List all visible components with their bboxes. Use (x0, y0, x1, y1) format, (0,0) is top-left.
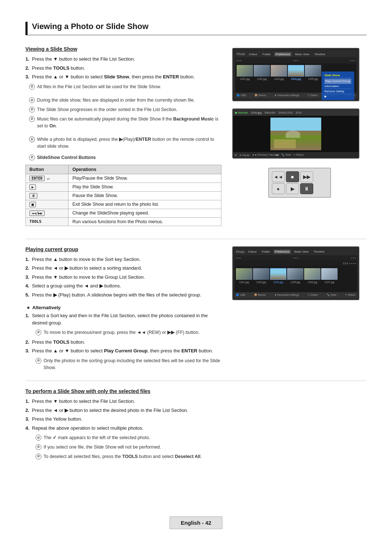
tv-menu-remove: Remove Safely (324, 89, 351, 94)
tv-thumb-selected (288, 65, 304, 77)
section3-title: To perform a Slide Show with only the se… (25, 388, 367, 394)
note-checkmark: ⊘ The ✓ mark appears to the left of the … (32, 434, 367, 441)
section2-alt-steps: 1. Select a Sort key and then in the Fil… (25, 312, 221, 326)
alt-step-3: 3. Press the ▲ or ▼ button to select Pla… (25, 347, 221, 355)
note-icon-2: ⊘ (29, 97, 35, 103)
tv-g-fname-4: 1235.jpg (287, 281, 303, 283)
step-3: 3. Press the ▲ or ▼ button to select Sli… (25, 73, 221, 81)
alternatively-label: Alternatively (25, 305, 221, 310)
remote-btn-dot[interactable]: ● (272, 183, 285, 194)
note-icon-alt: ✦ (29, 136, 35, 142)
s3-step-3: 3. Press the Yellow button. (25, 416, 367, 423)
tv-large-return: ↩ Return (293, 154, 304, 156)
step-2: 2. Press the TOOLS button. (25, 65, 221, 72)
tv-g-thumb-3 (270, 268, 286, 280)
op-rew-ff: Change the SlideShow playing speed. (69, 209, 221, 217)
table-row: TOOLS Run various functions from the Pho… (26, 217, 221, 226)
footer-text: English - 42 (181, 520, 211, 526)
tv-large-tools: 🔧 Tools (281, 154, 291, 156)
section2-remaining-steps: 2. Press the TOOLS button. 3. Press the … (25, 339, 221, 355)
note-background-music: ⊘ Music files can be automatically playe… (25, 116, 221, 130)
table-row: ▶ Play the Slide Show. (26, 183, 221, 191)
tv-tab-folder: Folder (261, 52, 272, 56)
step2-4: 4. Select a group using the ◄ and ▶ butt… (25, 282, 221, 290)
tv-thumb-2 (254, 65, 270, 77)
remote-btn-ff[interactable]: ▶▶ (300, 171, 313, 182)
note-icon-6: ⊘ (36, 330, 41, 335)
tv-dots-g2: • • • (294, 256, 298, 259)
tv-large-date: 2000/12/02 (278, 111, 293, 114)
remote-btn-play[interactable]: ▶ (286, 183, 299, 194)
note-icon-9: ⊘ (36, 444, 41, 450)
tv-overlay-menu: Slide Show Play Current Group Informatio… (322, 71, 354, 100)
tv-fname-5: 1235.jpg (305, 78, 321, 80)
note-progress-order: ⊘ The Slide Show progresses in the order… (25, 106, 221, 113)
step2-2: 2. Press the ◄ or ▶ button to select a s… (25, 265, 221, 272)
tv-menu-play-group: Play Current Group (324, 79, 351, 84)
note-only-photos: ⊘ Only the photos in the sorting group i… (32, 357, 221, 371)
tv-g-tools: 🔧 Tools (327, 294, 336, 296)
section-playing-group: Playing current group 1. Press the ▲ but… (25, 246, 367, 374)
page-footer: English - 42 (170, 516, 222, 529)
tv-thumb-1 (237, 65, 253, 77)
s3-step-4: 4. Repeat the above operation to select … (25, 425, 367, 432)
tv-large-info: 56Hz/60 (265, 111, 275, 114)
tv-large-pause: ⏸ Pause (239, 154, 250, 156)
section-left-content: Viewing a Slide Show 1. Press the ▼ butt… (25, 46, 221, 232)
sand-area (274, 139, 296, 148)
tv-topbar-1: Photo Colour Folder Preference Basic Vie… (235, 51, 356, 57)
tv-tab-colour-2: Colour (247, 250, 258, 254)
tv-tab-colour: Colour (248, 52, 259, 56)
s3-step-1: 1. Press the ▼ button to select the File… (25, 398, 367, 405)
remote-control-area: ◄◄ ■ ▶▶ ● ▶ ⏸ (268, 168, 331, 198)
photo-preview (270, 118, 321, 150)
op-stop: Exit Slide Show and return to the photo … (69, 200, 221, 209)
btn-enter: ENTER ↵ (26, 174, 69, 183)
tv-g-thumb-6 (321, 268, 338, 280)
tv-menu-arrow: ▶ (324, 94, 351, 99)
tv-g-select: ☐ Select (308, 294, 318, 296)
note-display-order: ⊘ During the slide show, files are displ… (25, 97, 221, 104)
tv-bottom-fav: ★ Favourites Settings (274, 94, 299, 97)
section3-steps: 1. Press the ▼ button to select the File… (25, 398, 367, 431)
btn-stop: ■ (26, 200, 69, 209)
tv-large-photo-content (233, 116, 359, 152)
slideshow-table: Button Operations ENTER ↵ Play/Pause the… (25, 165, 221, 226)
btn-tools: TOOLS (26, 217, 69, 226)
remote-btn-rew[interactable]: ◄◄ (272, 171, 285, 182)
tv-screenshot-3: Photo Colour Folder Preference Basic Vie… (232, 246, 359, 300)
remote-btn-empty2 (314, 183, 327, 194)
note-all-files: ⊘ All files in the File List Section wil… (25, 83, 221, 90)
tv-fname-1: 1231.jpg (237, 78, 253, 80)
tv-tab-timeline-2: Timeline (312, 250, 326, 254)
section-viewing-slideshow: Viewing a Slide Show 1. Press the ▼ butt… (25, 46, 367, 232)
table-row: ◄◄/▶▶ Change the SlideShow playing speed… (26, 209, 221, 217)
tv-menu-information: Information (324, 84, 351, 89)
remote-btn-stop[interactable]: ■ (286, 171, 299, 182)
tv-large-header: ▶ Normal 1234.jpg 56Hz/60 2000/12/02 5/1… (233, 109, 359, 116)
section-divider-2 (25, 381, 367, 381)
tv-group-inner: Photo Colour Folder Preference Basic Vie… (234, 249, 357, 298)
tv-fname-3: 1233.jpg (271, 78, 287, 80)
alternatively-text: Alternatively (32, 305, 61, 310)
section-right-screenshots: Photo Colour Folder Preference Basic Vie… (232, 46, 367, 232)
tv-app-label: Photo (237, 52, 245, 56)
page-container: Viewing a Photo or Slide Show Viewing a … (0, 0, 392, 540)
tv-bottom-usb: 🔵 USB (237, 94, 246, 97)
remote-btn-pause[interactable]: ⏸ (300, 183, 313, 194)
screenshots: Photo Colour Folder Preference Basic Vie… (232, 48, 367, 201)
tv-bottom-select: ☐ Select (308, 94, 318, 97)
tv-tab-basicview: Basic View (294, 52, 311, 56)
bullet-dot (27, 307, 29, 309)
tv-bottom-bar-3: 🔵 USB 📦 Device ★ Favourites Settings ☐ S… (234, 292, 357, 298)
tv-dots: • • • (237, 59, 241, 62)
tv-screenshot-2: ▶ Normal 1234.jpg 56Hz/60 2000/12/02 5/1… (232, 109, 359, 159)
tv-mode-indicator: ▶ Normal (235, 111, 248, 114)
tv-g-fname-5: 1236.jpg (304, 281, 320, 283)
note-icon-4: ⊘ (29, 116, 35, 122)
op-pause: Pause the Slide Show. (69, 191, 221, 200)
tv-large-filename: 1234.jpg (250, 111, 262, 114)
remote-btn-empty1 (314, 171, 327, 182)
section3-container: To perform a Slide Show with only the se… (25, 388, 367, 460)
op-tools: Run various functions from the Photo men… (69, 217, 221, 226)
